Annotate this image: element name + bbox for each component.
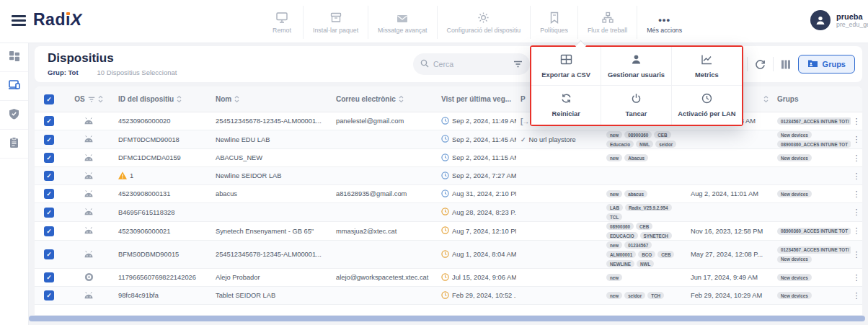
- user-menu[interactable]: prueba pre_edu_gencat: [810, 10, 868, 30]
- table-row[interactable]: ✓DFMT0DCMD90018Newline EDU LABSep 2, 202…: [35, 130, 862, 149]
- row-checkbox[interactable]: ✓: [44, 135, 54, 145]
- row-checkbox[interactable]: ✓: [44, 189, 54, 199]
- group-list: New devices: [773, 291, 851, 300]
- column-header-os[interactable]: OS: [63, 95, 114, 103]
- exit-icon: [→: [521, 117, 528, 125]
- filter-icon[interactable]: [88, 97, 95, 102]
- menu-item-shutdown[interactable]: Tancar: [601, 86, 671, 125]
- row-checkbox[interactable]: ✓: [44, 171, 54, 181]
- table-row[interactable]: ✓BFMS0DBMD90015254512345678-12345-ALM000…: [35, 241, 862, 269]
- toolbar-device-config-button[interactable]: Configuració del dispositiu: [437, 6, 531, 39]
- clipboard-icon: [9, 137, 19, 151]
- row-checkbox[interactable]: ✓: [44, 272, 54, 282]
- search-bar[interactable]: [413, 53, 530, 75]
- menu-item-export-csv[interactable]: Exportar a CSV: [531, 47, 601, 86]
- table-row[interactable]: ✓1Newline SEIDOR LABSep 2, 2024, 7:27 AM…: [35, 167, 862, 185]
- row-checkbox[interactable]: ✓: [44, 249, 54, 259]
- filter-icon[interactable]: [513, 58, 523, 71]
- enrolled-date-cell: Nov 16, 2023, 12:58 PM: [686, 227, 773, 236]
- row-checkbox[interactable]: ✓: [44, 153, 54, 163]
- os-icon: [84, 226, 94, 236]
- row-menu-button[interactable]: ⋮: [851, 290, 862, 301]
- top-bar: RadıX Remot Instal·lar paquet Missatge a…: [0, 0, 868, 43]
- group-pill: New devices: [777, 274, 812, 281]
- row-menu-button[interactable]: ⋮: [851, 226, 862, 236]
- menu-item-wake-on-lan[interactable]: Activació per LAN: [672, 86, 742, 125]
- row-menu-button[interactable]: ⋮: [851, 153, 862, 164]
- menu-item-restart[interactable]: Reiniciar: [531, 86, 601, 125]
- device-email-cell: alejo@gworkspacetest.xtec.cat: [332, 273, 437, 282]
- row-checkbox[interactable]: ✓: [44, 208, 54, 218]
- sort-icon[interactable]: [399, 95, 404, 103]
- playstore-status-cell: [516, 193, 602, 195]
- enrolled-date-cell: May 27, 2024, 12:08 P...: [686, 250, 773, 259]
- column-header-groups[interactable]: Grups: [773, 95, 851, 103]
- group-pill: New devices: [777, 190, 812, 197]
- playstore-status-cell: [516, 254, 602, 255]
- refresh-icon[interactable]: [755, 59, 766, 70]
- tag-pill: abacus: [624, 190, 647, 197]
- sidebar-item-security[interactable]: [0, 101, 28, 130]
- select-all-checkbox[interactable]: ✓: [44, 94, 54, 104]
- sort-icon[interactable]: [98, 95, 103, 103]
- toolbar-policies-button[interactable]: Polítiques: [530, 6, 577, 39]
- row-menu-button[interactable]: ⋮: [851, 189, 862, 200]
- sidebar-item-devices[interactable]: [0, 72, 28, 101]
- row-menu-button[interactable]: ⋮: [851, 207, 862, 218]
- table-row[interactable]: ✓DFMC1DCMDA0159ABACUS_NEWSep 2, 2024, 11…: [35, 149, 862, 167]
- bookmark-icon: [549, 11, 559, 24]
- tag-list: 08900360CEBEDUCACIOSYNETECH: [602, 222, 686, 240]
- columns-icon[interactable]: [781, 60, 791, 69]
- row-menu-button[interactable]: ⋮: [851, 272, 862, 283]
- column-header-name[interactable]: Nom: [211, 95, 332, 103]
- sidebar-item-dashboard[interactable]: [0, 43, 28, 72]
- device-email-cell: [332, 157, 437, 159]
- group-filter-label[interactable]: Grup: Tot: [48, 68, 79, 76]
- clock-icon: [441, 190, 449, 199]
- row-menu-button[interactable]: ⋮: [851, 249, 862, 260]
- toolbar-advanced-message-button[interactable]: Missatge avançat: [368, 6, 436, 39]
- toolbar-workflow-button[interactable]: Flux de treball: [577, 6, 637, 39]
- search-input[interactable]: [433, 60, 509, 68]
- sidebar-item-tasks[interactable]: [0, 130, 28, 159]
- groups-button[interactable]: Grups: [798, 55, 855, 74]
- row-checkbox[interactable]: ✓: [44, 226, 54, 236]
- last-seen-cell: Sep 2, 2024, 7:27 AM: [437, 171, 516, 182]
- sort-icon[interactable]: [763, 95, 769, 103]
- group-list: New devices: [773, 153, 851, 162]
- group-list: 01234567_ACCES INTUNE TOT/New devices: [773, 246, 851, 264]
- hamburger-menu-icon[interactable]: [12, 15, 26, 27]
- row-menu-button[interactable]: ⋮: [851, 116, 862, 127]
- group-pill: 01234567_ACCES INTUNE TOT/: [777, 246, 851, 254]
- group-pill: New devices: [777, 154, 812, 161]
- workflow-icon: [601, 11, 614, 24]
- column-header-email[interactable]: Correu electrònic: [332, 95, 437, 103]
- device-name-cell: 254512345678-12345-ALM00001...: [211, 117, 332, 125]
- table-row[interactable]: ✓45230908000131abacusa81628935@gmail.com…: [35, 185, 862, 203]
- last-seen-cell: Feb 29, 2024, 10:52 ...: [437, 290, 516, 301]
- tag-list: newabacus: [602, 190, 686, 198]
- column-header-device-id[interactable]: ID del dispositiu: [114, 95, 211, 103]
- row-checkbox[interactable]: ✓: [44, 116, 54, 126]
- device-email-cell: [332, 254, 437, 255]
- tag-pill: new: [606, 241, 622, 249]
- table-body: ✓45230906000020254512345678-12345-ALM000…: [35, 112, 862, 305]
- toolbar-install-package-button[interactable]: Instal·lar paquet: [303, 6, 368, 39]
- sort-icon[interactable]: [177, 95, 182, 103]
- horizontal-scrollbar[interactable]: [29, 316, 865, 321]
- sort-icon[interactable]: [234, 95, 239, 103]
- playstore-status-cell: [516, 175, 602, 177]
- toolbar-remote-button[interactable]: Remot: [261, 6, 303, 39]
- table-row[interactable]: ✓117966560769822142026Alejo Probadoralej…: [35, 269, 862, 287]
- table-row[interactable]: ✓45230906000021Synetech Ensenyament - GB…: [35, 222, 862, 241]
- table-row[interactable]: ✓98fc84c91bfaTablet SEIDOR LABFeb 29, 20…: [35, 287, 862, 305]
- column-header-last-seen[interactable]: Vist per última veg...: [437, 95, 516, 103]
- row-checkbox[interactable]: ✓: [44, 290, 54, 300]
- menu-item-metrics[interactable]: Metrics: [672, 47, 742, 86]
- divider: [747, 57, 748, 71]
- row-menu-button[interactable]: ⋮: [851, 171, 862, 182]
- toolbar-more-actions-button[interactable]: ••• Més accions: [637, 6, 691, 39]
- row-menu-button[interactable]: ⋮: [851, 134, 862, 145]
- menu-item-manage-users[interactable]: Gestionar usuaris: [601, 47, 671, 86]
- table-row[interactable]: ✓B4695F615118328Aug 28, 2024, 8:23 P...L…: [35, 203, 862, 222]
